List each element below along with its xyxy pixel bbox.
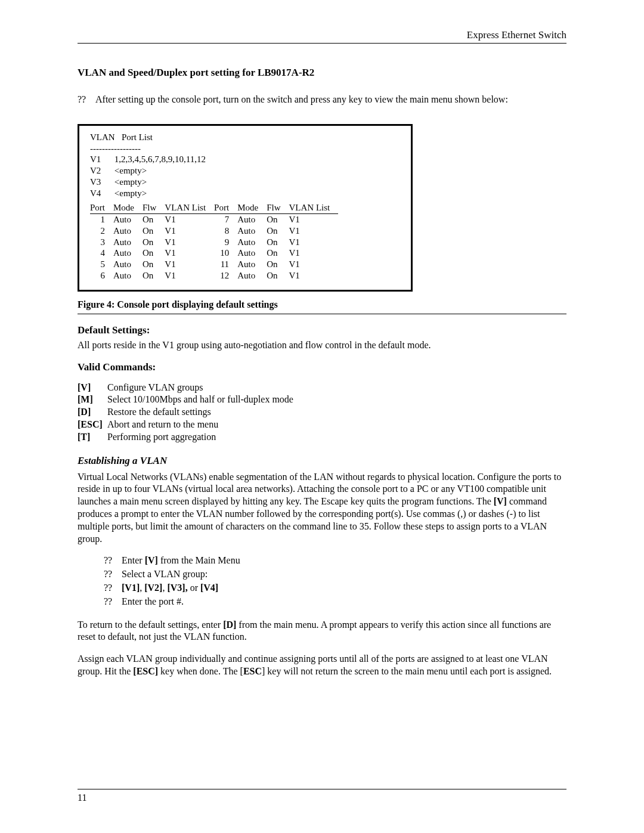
page-footer: 11 bbox=[78, 789, 566, 804]
table-row: 2AutoOnV18AutoOnV1 bbox=[90, 225, 338, 237]
page-number: 11 bbox=[78, 792, 86, 803]
port-table-header: Flw bbox=[267, 202, 289, 213]
table-row: 4AutoOnV110AutoOnV1 bbox=[90, 247, 338, 259]
default-settings-heading: Default Settings: bbox=[78, 324, 566, 337]
table-row: 3AutoOnV19AutoOnV1 bbox=[90, 237, 338, 248]
table-row: 5AutoOnV111AutoOnV1 bbox=[90, 259, 338, 270]
command-item: [ESC]Abort and return to the menu bbox=[78, 419, 566, 431]
command-key: [V] bbox=[78, 382, 107, 394]
command-desc: Configure VLAN groups bbox=[107, 382, 203, 394]
command-key: [T] bbox=[78, 431, 107, 444]
command-desc: Abort and return to the menu bbox=[107, 419, 218, 431]
port-table-header: Mode bbox=[113, 202, 143, 213]
figure-caption: Figure 4: Console port displaying defaul… bbox=[78, 299, 566, 314]
command-desc: Restore the default settings bbox=[107, 406, 211, 419]
port-table-header: VLAN List bbox=[289, 202, 338, 213]
command-list: [V]Configure VLAN groups [M]Select 10/10… bbox=[78, 382, 566, 444]
vlan-entry: V3 <empty> bbox=[90, 176, 400, 188]
establishing-vlan-paragraph: Virtual Local Networks (VLANs) enable se… bbox=[78, 471, 566, 546]
establishing-vlan-heading: Establishing a VLAN bbox=[78, 454, 566, 467]
port-table-header: Port bbox=[214, 202, 237, 213]
command-key: [D] bbox=[78, 406, 107, 419]
table-row: 1AutoOnV17AutoOnV1 bbox=[90, 214, 338, 225]
command-item: [V]Configure VLAN groups bbox=[78, 382, 566, 394]
return-default-paragraph: To return to the default settings, enter… bbox=[78, 619, 566, 644]
vlan-entry: V1 1,2,3,4,5,6,7,8,9,10,11,12 bbox=[90, 154, 400, 165]
command-key: [M] bbox=[78, 394, 107, 406]
valid-commands-heading: Valid Commands: bbox=[78, 361, 566, 374]
table-row: 6AutoOnV112AutoOnV1 bbox=[90, 270, 338, 281]
command-item: [D]Restore the default settings bbox=[78, 406, 566, 419]
vlan-entry: V4 <empty> bbox=[90, 188, 400, 199]
step-item: ?? Select a VLAN group: bbox=[104, 568, 566, 581]
section-title: VLAN and Speed/Duplex port setting for L… bbox=[78, 66, 566, 79]
port-table-header: Mode bbox=[237, 202, 267, 213]
command-desc: Performing port aggregation bbox=[107, 431, 216, 444]
assign-paragraph: Assign each VLAN group individually and … bbox=[78, 653, 566, 678]
intro-bullet: ?? After setting up the console port, tu… bbox=[78, 94, 566, 106]
port-table-header: VLAN List bbox=[165, 202, 214, 213]
command-item: [T]Performing port aggregation bbox=[78, 431, 566, 444]
step-item: ?? Enter the port #. bbox=[104, 596, 566, 608]
command-item: [M]Select 10/100Mbps and half or full-du… bbox=[78, 394, 566, 406]
port-table: PortModeFlwVLAN ListPortModeFlwVLAN List… bbox=[90, 202, 338, 281]
command-key: [ESC] bbox=[78, 419, 107, 431]
console-separator: ----------------- bbox=[90, 143, 400, 154]
bullet-marker: ?? bbox=[78, 94, 95, 106]
vlan-list: V1 1,2,3,4,5,6,7,8,9,10,11,12V2 <empty>V… bbox=[90, 154, 400, 199]
step-item: ?? Enter [V] from the Main Menu bbox=[104, 555, 566, 567]
steps-list: ?? Enter [V] from the Main Menu ?? Selec… bbox=[104, 555, 566, 608]
header-title: Express Ethernet Switch bbox=[467, 29, 566, 42]
console-vlan-title: VLAN Port List bbox=[90, 132, 400, 143]
console-output: VLAN Port List ----------------- V1 1,2,… bbox=[78, 124, 413, 292]
port-table-header: Port bbox=[90, 202, 113, 213]
port-table-header: Flw bbox=[143, 202, 165, 213]
default-settings-text: All ports reside in the V1 group using a… bbox=[78, 339, 566, 352]
page-header: Express Ethernet Switch bbox=[78, 29, 566, 44]
vlan-entry: V2 <empty> bbox=[90, 165, 400, 176]
intro-text: After setting up the console port, turn … bbox=[95, 94, 566, 106]
step-item: ?? [V1], [V2], [V3], or [V4] bbox=[104, 582, 566, 594]
command-desc: Select 10/100Mbps and half or full-duple… bbox=[107, 394, 293, 406]
